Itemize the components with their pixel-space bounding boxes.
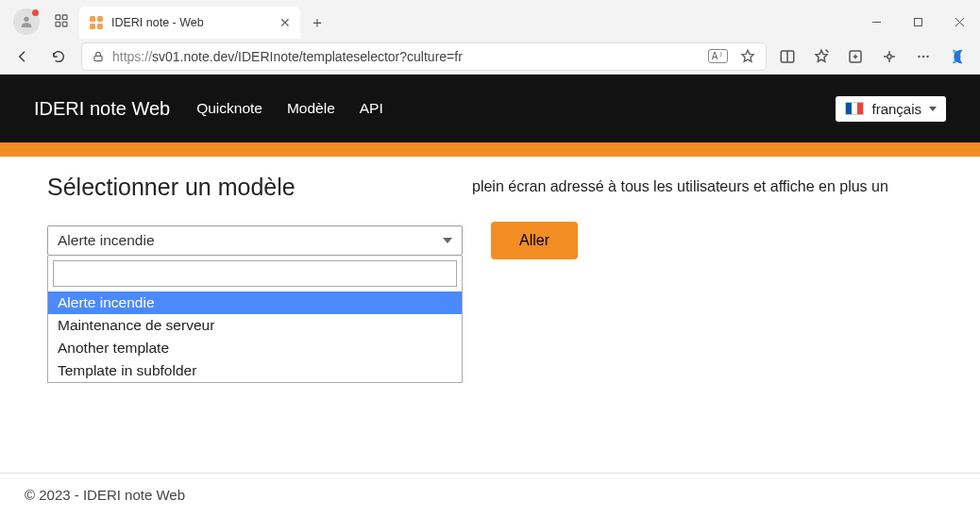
svg-rect-2: [62, 15, 67, 20]
nav-quicknote[interactable]: Quicknote: [196, 100, 262, 117]
svg-rect-6: [97, 16, 103, 22]
collections-icon[interactable]: [844, 45, 867, 68]
page-viewport: IDERI note Web Quicknote Modèle API fran…: [0, 75, 980, 516]
svg-rect-8: [97, 24, 103, 29]
svg-rect-4: [62, 22, 67, 26]
template-option[interactable]: Template in subfolder: [48, 359, 462, 382]
svg-point-23: [926, 55, 928, 57]
back-button[interactable]: [9, 43, 36, 70]
svg-rect-7: [90, 24, 95, 29]
language-label: français: [871, 101, 921, 117]
dropdown-search-wrap: [48, 256, 462, 291]
close-tab-icon[interactable]: ✕: [279, 15, 291, 30]
extensions-icon[interactable]: [878, 45, 901, 68]
template-option[interactable]: Maintenance de serveur: [48, 314, 462, 337]
dropdown-search-input[interactable]: [53, 260, 457, 287]
close-window-button[interactable]: [938, 8, 980, 36]
template-select[interactable]: Alerte incendie: [47, 225, 463, 256]
window-controls: [855, 8, 980, 36]
brand-logo[interactable]: IDERI note Web: [34, 98, 170, 120]
lock-icon: [92, 50, 105, 63]
favorite-star-icon[interactable]: [739, 48, 756, 65]
page-footer: © 2023 - IDERI note Web: [0, 473, 980, 516]
accent-strip: [0, 142, 980, 157]
svg-point-0: [24, 17, 28, 22]
language-selector[interactable]: français: [836, 96, 946, 122]
svg-point-20: [887, 54, 892, 58]
go-button[interactable]: Aller: [491, 222, 578, 259]
tab-strip: IDERI note - Web ✕ ＋: [0, 0, 980, 39]
template-option[interactable]: Alerte incendie: [48, 291, 462, 314]
split-screen-icon[interactable]: [776, 45, 799, 68]
main-content: Sélectionner un modèle Alerte incendie A…: [0, 157, 980, 214]
minimize-button[interactable]: [855, 8, 897, 36]
nav-links: Quicknote Modèle API: [196, 100, 383, 117]
svg-rect-1: [56, 15, 60, 20]
browser-chrome: IDERI note - Web ✕ ＋ https://sv01.note.d…: [0, 0, 980, 75]
menu-dots-icon[interactable]: [912, 45, 935, 68]
chevron-down-icon: [443, 238, 452, 243]
favorites-icon[interactable]: [810, 45, 833, 68]
new-tab-button[interactable]: ＋: [304, 9, 330, 36]
refresh-button[interactable]: [45, 43, 72, 70]
template-dropdown: Alerte incendie Maintenance de serveur A…: [47, 256, 463, 383]
footer-text: © 2023 - IDERI note Web: [25, 487, 185, 503]
chevron-down-icon: [929, 107, 937, 111]
template-option[interactable]: Another template: [48, 337, 462, 359]
nav-api[interactable]: API: [360, 100, 383, 117]
browser-tab[interactable]: IDERI note - Web ✕: [79, 7, 300, 39]
profile-avatar[interactable]: [13, 8, 40, 35]
toolbar-icons: [776, 45, 935, 68]
svg-line-16: [826, 49, 829, 52]
reader-mode-icon[interactable]: A⁾: [708, 49, 728, 63]
svg-point-22: [922, 55, 924, 57]
app-header: IDERI note Web Quicknote Modèle API fran…: [0, 75, 980, 142]
tab-title: IDERI note - Web: [111, 16, 204, 29]
template-form-row: Alerte incendie Alerte incendie Maintena…: [47, 222, 933, 259]
app-favicon: [89, 15, 104, 30]
flag-france-icon: [845, 102, 864, 115]
svg-rect-13: [94, 56, 102, 60]
url-text: https://sv01.note.dev/IDERInote/template…: [112, 49, 463, 64]
maximize-button[interactable]: [897, 8, 938, 36]
svg-rect-10: [914, 18, 921, 25]
url-field[interactable]: https://sv01.note.dev/IDERInote/template…: [81, 42, 767, 71]
template-selected-value: Alerte incendie: [58, 232, 155, 249]
svg-rect-3: [56, 22, 60, 26]
workspaces-icon[interactable]: [49, 8, 74, 33]
svg-rect-5: [90, 16, 95, 22]
template-select-wrap: Alerte incendie Alerte incendie Maintena…: [47, 225, 463, 256]
nav-modele[interactable]: Modèle: [287, 100, 335, 117]
svg-point-21: [918, 55, 920, 57]
copilot-icon[interactable]: [944, 43, 971, 70]
address-bar: https://sv01.note.dev/IDERInote/template…: [0, 39, 980, 75]
